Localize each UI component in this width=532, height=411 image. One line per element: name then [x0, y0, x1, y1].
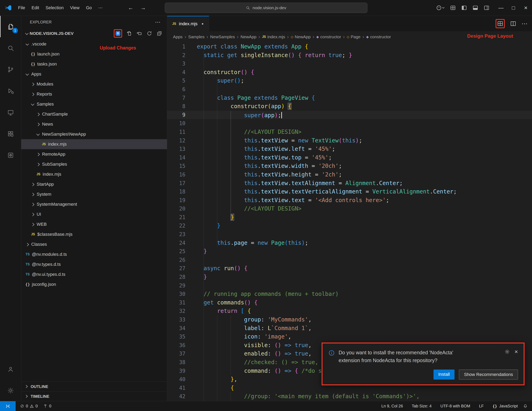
dirty-indicator[interactable]: ● [202, 22, 204, 26]
project-root-row[interactable]: NODE.VISION.JS-DEV [21, 28, 167, 39]
search-view-icon[interactable] [0, 37, 21, 59]
menu-item-go[interactable]: Go [83, 4, 95, 12]
code-line[interactable]: 19 this.textView.text = '<Add controls h… [167, 196, 532, 205]
copilot-icon[interactable] [436, 5, 445, 11]
breadcrumb-item[interactable]: NewApp [240, 34, 256, 39]
timeline-section[interactable]: TIMELINE [21, 391, 167, 401]
code-line[interactable]: 22 } [167, 221, 532, 230]
collapse-folders-icon[interactable] [157, 31, 162, 36]
tree-item[interactable]: Reports [21, 89, 167, 99]
code-line[interactable]: 1export class NewApp extends App { [167, 42, 532, 51]
breadcrumb-item[interactable]: ◆constructor [366, 34, 391, 39]
code-line[interactable]: 6 [167, 85, 532, 94]
customize-layout-icon[interactable] [450, 5, 456, 11]
tree-item[interactable]: News [21, 119, 167, 129]
tree-item[interactable]: JS$classesBase.mjs [21, 229, 167, 239]
code-line[interactable]: 29 [167, 281, 532, 290]
run-debug-icon[interactable] [0, 80, 21, 102]
tree-item[interactable]: SystemManagement [21, 199, 167, 209]
code-line[interactable]: 12 this.textView = new TextView(this); [167, 136, 532, 145]
command-center-search[interactable]: node.vision.js-dev [165, 3, 367, 13]
tree-item[interactable]: Modules [21, 79, 167, 89]
tree-item[interactable]: {}launch.json [21, 49, 167, 59]
breadcrumb-item[interactable]: ◇Page [347, 34, 361, 39]
breadcrumb-item[interactable]: ◇NewApp [291, 34, 311, 39]
tree-item[interactable]: Apps [21, 69, 167, 79]
code-line[interactable]: 42 //group: '<main meny item (default is… [167, 392, 532, 401]
tree-item[interactable]: {}jsconfig.json [21, 279, 167, 289]
code-line[interactable]: 10 [167, 119, 532, 128]
tree-item[interactable]: NewSamples\NewApp [21, 129, 167, 139]
tree-item[interactable]: JSindex.mjs [21, 139, 167, 149]
split-editor-icon[interactable] [510, 20, 516, 27]
code-line[interactable]: 27 async run() { [167, 264, 532, 273]
status-cursor-position[interactable]: Ln 9, Col 26 [381, 404, 403, 408]
show-recommendations-button[interactable]: Show Recommendations [459, 370, 518, 380]
breadcrumb-item[interactable]: ◆constructor [316, 34, 341, 39]
breadcrumb-item[interactable]: JSindex.mjs [262, 34, 285, 39]
tree-item[interactable]: {}tasks.json [21, 59, 167, 69]
tab-index-mjs[interactable]: JS index.mjs ● [167, 16, 209, 31]
explorer-icon[interactable]: 1 [0, 16, 21, 37]
outline-section[interactable]: OUTLINE [21, 382, 167, 391]
code-line[interactable]: 18 this.textView.textVerticalAlignment =… [167, 188, 532, 196]
menu-item-view[interactable]: View [67, 4, 83, 12]
code-line[interactable]: 17 this.textView.textAlignment = Alignme… [167, 179, 532, 188]
tree-item[interactable]: TS@nv.modules.d.ts [21, 249, 167, 259]
source-control-icon[interactable] [0, 59, 21, 80]
code-line[interactable]: 23 [167, 230, 532, 239]
breadcrumb-item[interactable]: Samples [188, 34, 205, 39]
editor-more-actions-icon[interactable]: ⋯ [522, 20, 528, 27]
install-button[interactable]: Install [434, 370, 455, 380]
tree-item[interactable]: Classes [21, 239, 167, 249]
open-layout-editor-icon[interactable] [497, 20, 503, 27]
code-line[interactable]: 11 //<LAYOUT DESIGN> [167, 128, 532, 136]
status-eol[interactable]: LF [479, 404, 484, 408]
extension-settings-icon[interactable] [0, 144, 21, 166]
status-language[interactable]: {}JavaScript [493, 404, 518, 408]
tree-item[interactable]: .vscode [21, 39, 167, 49]
remote-explorer-icon[interactable] [0, 102, 21, 123]
menu-item-selection[interactable]: Selection [42, 4, 67, 12]
menu-item-more[interactable]: ⋯ [95, 4, 106, 12]
status-encoding[interactable]: UTF-8 with BOM [440, 404, 470, 408]
maximize-button[interactable]: □ [507, 0, 520, 16]
status-tab-size[interactable]: Tab Size: 4 [412, 404, 432, 408]
code-line[interactable]: 32 return [ { [167, 307, 532, 315]
explorer-more-actions-icon[interactable]: ⋯ [155, 19, 161, 25]
code-line[interactable]: 5 super(); [167, 76, 532, 85]
code-line[interactable]: 13 this.textView.left = '45%'; [167, 145, 532, 153]
code-line[interactable]: 7 class Page extends PageView { [167, 94, 532, 102]
close-button[interactable]: × [520, 0, 532, 16]
code-line[interactable]: 2 static get singleInstance() { return t… [167, 51, 532, 60]
notification-settings-gear-icon[interactable] [504, 349, 510, 354]
code-line[interactable]: 21 } [167, 213, 532, 222]
notifications-bell-icon[interactable] [523, 404, 528, 408]
tree-item[interactable]: Samples [21, 99, 167, 109]
tree-item[interactable]: RemoteApp [21, 149, 167, 159]
tree-item[interactable]: TS@nv.ui.types.d.ts [21, 269, 167, 279]
code-line[interactable]: 25 } [167, 247, 532, 256]
remote-indicator[interactable] [0, 401, 16, 411]
menu-item-edit[interactable]: Edit [28, 4, 42, 12]
code-line[interactable]: 15 this.textView.width = '20ch'; [167, 162, 532, 171]
tree-item[interactable]: TS@nv.types.d.ts [21, 259, 167, 269]
code-line[interactable]: 33 group: 'MyCommands', [167, 315, 532, 324]
menu-item-file[interactable]: File [15, 4, 28, 12]
code-line[interactable]: 34 label: L`Command 1`, [167, 324, 532, 333]
back-arrow-icon[interactable]: ← [128, 5, 133, 11]
refresh-icon[interactable] [147, 31, 152, 36]
forward-arrow-icon[interactable]: → [140, 5, 146, 11]
ports-status[interactable]: 0 [43, 404, 51, 408]
tree-item[interactable]: StartApp [21, 179, 167, 189]
minimize-button[interactable]: — [495, 0, 507, 16]
tree-item[interactable]: SubSamples [21, 159, 167, 169]
code-line[interactable]: 35 icon: 'image', [167, 333, 532, 341]
extensions-icon[interactable] [0, 123, 21, 144]
tree-item[interactable]: System [21, 189, 167, 199]
code-line[interactable]: 4 constructor() { [167, 68, 532, 77]
toggle-secondary-sidebar-icon[interactable] [484, 5, 490, 11]
code-line[interactable]: 16 this.textView.height = '2ch'; [167, 171, 532, 179]
code-line[interactable]: 31 get commands() { [167, 298, 532, 307]
toggle-sidebar-icon[interactable] [461, 5, 467, 11]
